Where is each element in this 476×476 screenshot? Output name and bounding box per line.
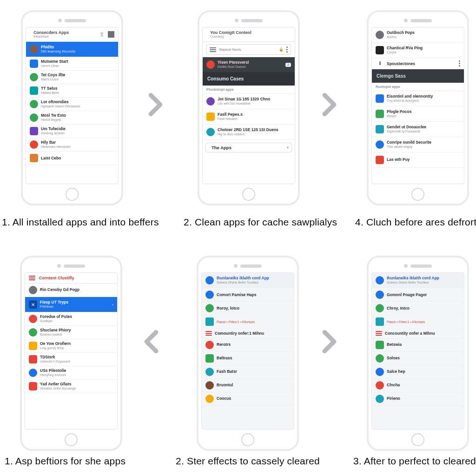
list-item[interactable]: Gomonl Poage Pagor xyxy=(372,288,464,302)
row-title: Um Tufecidie xyxy=(41,127,66,132)
app-icon xyxy=(376,156,384,164)
list-item[interactable]: Clncha xyxy=(372,379,464,392)
list-item[interactable]: Pirieno xyxy=(372,392,464,406)
selected-app-row[interactable]: ✕ Fiesp UT Tryps Phthiines ‹ xyxy=(25,297,117,312)
list-item[interactable]: Betswia xyxy=(372,338,464,352)
list-item[interactable]: USs PilestolieHienyhug exxcont xyxy=(25,366,117,380)
row-title: Tet Coys illte xyxy=(41,73,65,78)
screen-6: Ihunlaneiks iklaith cord App Scleers Dis… xyxy=(371,272,464,430)
row-title: Oe Yow Orofiern xyxy=(40,342,71,346)
settings-row[interactable]: ⬇ Spoustectones xyxy=(372,58,464,69)
row-title: Comort Pamise Haps xyxy=(217,292,257,297)
list-item[interactable]: Eisontinl and olennonttyCop.ennri.te Auc… xyxy=(372,91,464,106)
list-item[interactable]: Gendet ut DooaucleeSspinnsth.ty Fhossent… xyxy=(372,122,464,137)
row-title: Mosl Tw Esto xyxy=(41,113,66,118)
row-sub: Onnlnng lenliren xyxy=(41,132,66,135)
kebab-icon[interactable] xyxy=(459,60,460,66)
screen-1: Consecders Apps Intradrtisnl ⇪ Phidits D… xyxy=(26,27,119,184)
row-title: Phidits xyxy=(41,45,75,50)
list-item[interactable]: Chantical RVa PingCorpnr xyxy=(372,43,464,58)
row-title: Betswia xyxy=(387,343,402,347)
home-button[interactable] xyxy=(411,433,424,446)
list-item[interactable]: Rin Cenoby Gd Pogp xyxy=(25,284,117,297)
list-item[interactable]: Foredse of PutesSonitsen xyxy=(25,312,117,326)
list-item[interactable]: Chroy, Intco xyxy=(372,302,464,315)
list-item[interactable]: Hily BarHleamues Inerossen xyxy=(26,138,118,152)
row-sub: Marrs Uosnl xyxy=(41,78,65,81)
app-icon xyxy=(376,291,384,299)
row-sub: Ling guirst) tinny xyxy=(40,346,71,350)
search-input[interactable] xyxy=(219,47,276,52)
legend-row: Plasst • Fhtes:1 • Eltonges xyxy=(202,315,294,329)
row-title: Eisontinl and olennontty xyxy=(387,94,433,99)
hamburger-icon[interactable] xyxy=(29,276,35,280)
selected-app-row[interactable]: Phidits Dtih teaersing Ihiconidis xyxy=(26,42,118,57)
row-sub: Sspinnsth.ty Fhossents xyxy=(387,130,426,133)
kebab-icon[interactable] xyxy=(286,46,288,53)
footer-card[interactable]: The Apps ▾ xyxy=(205,143,292,152)
home-button[interactable] xyxy=(65,433,78,446)
list-item[interactable]: TT SelusHatiesl Beits xyxy=(26,84,118,98)
list-item[interactable]: Beltrass xyxy=(202,352,294,365)
list-item[interactable]: Lor oftnondiesHgesanit Uasrel Diholusien xyxy=(26,98,118,111)
list-item[interactable]: Yad Avtler GfiatsSiscatss Inrtisl docoen… xyxy=(25,380,117,393)
list-item[interactable]: Jot Sinae 1G 185 1320 ChnoLes wiht tos m… xyxy=(203,94,295,109)
row-sub: This uaosh engny xyxy=(387,145,431,149)
list-item[interactable]: Mosl Tw EstoHiehdl Begets xyxy=(26,111,118,125)
list-item[interactable]: Outibsch PopsAdvins xyxy=(372,27,464,43)
app-icon xyxy=(30,60,38,68)
folder-icon xyxy=(205,317,214,326)
dark-app-row[interactable]: Yisen Ptessversl Etidtte Itiosl Duesrn 2 xyxy=(203,57,295,72)
list-item[interactable]: Chotoer 2RD 1SE 125 1St DuensHig to dius… xyxy=(203,125,295,140)
row-sub: Hleamues Inerossen xyxy=(41,145,71,149)
section-label: Runtopid apps xyxy=(372,83,464,91)
list-item[interactable]: Fash Batsr xyxy=(202,365,294,379)
list-item[interactable]: Comountiry onfer:1 Mihnu xyxy=(202,329,294,338)
list-item[interactable]: Um TufecidieOnnlnng lenliren xyxy=(26,125,118,138)
app-header: Corntent Clustifly xyxy=(25,273,117,284)
step-1: Consecders Apps Intradrtisnl ⇪ Phidits D… xyxy=(19,10,126,205)
app-icon xyxy=(30,140,38,149)
list-item[interactable]: Fasll Pepes.sFasit Niesarel xyxy=(203,109,295,125)
list-item[interactable]: Soloes xyxy=(372,352,464,365)
row-badge: 2 xyxy=(285,63,291,67)
category-tab[interactable]: Clemgo Sass xyxy=(372,69,464,83)
list-item[interactable]: Oe Yow OrofiernLing guirst) tinny xyxy=(25,339,117,353)
list-item[interactable]: Comort Pamise Haps xyxy=(202,288,294,302)
home-button[interactable] xyxy=(66,188,79,201)
row-sub: Siscatss Inrtisl docoengn xyxy=(40,387,76,390)
list-item[interactable]: Coocus xyxy=(202,392,294,406)
list-item[interactable]: Laist Cebo xyxy=(26,152,118,165)
hamburger-icon[interactable] xyxy=(210,47,216,52)
row-sub: Mssjer xyxy=(387,114,411,118)
arrow-right-1 xyxy=(139,88,171,121)
share-icon[interactable]: ⇪ xyxy=(99,31,104,38)
app-icon xyxy=(206,60,215,69)
list-item[interactable]: TDStsrkUsteruhl h Dsysncert xyxy=(25,353,117,366)
list-item[interactable]: Rerotrs xyxy=(202,338,294,352)
home-button[interactable] xyxy=(242,188,255,201)
row-title: Rin Cenoby Gd Pogp xyxy=(40,288,79,292)
app-icon xyxy=(29,286,37,294)
list-item[interactable]: Shuclane PhioryBowced iustedl xyxy=(25,326,117,339)
list-item[interactable]: Las wth Puy xyxy=(372,152,464,168)
list-item[interactable]: Bruontul xyxy=(202,379,294,392)
row-sub: Phthiines xyxy=(40,305,68,309)
app-title: Corntent Clustifly xyxy=(39,276,74,280)
list-item[interactable]: Tet Coys illteMarrs Uosnl xyxy=(26,71,118,84)
home-button[interactable] xyxy=(411,188,424,201)
list-item[interactable]: Plogle PocosMssjer xyxy=(372,106,464,122)
row-sub: Uenrrt Litran xyxy=(41,64,68,68)
list-item[interactable]: Roroy, lotco xyxy=(202,302,294,315)
list-item[interactable]: Salce hep xyxy=(372,365,464,379)
row-title: TT Selus xyxy=(41,86,59,91)
avatar-icon[interactable] xyxy=(108,31,114,38)
category-tab[interactable]: Consumo Cases xyxy=(203,72,295,86)
phone-frame: Ihunlaneiks iklaith cord App Scleers Dis… xyxy=(197,256,299,451)
list-item[interactable]: Concountity onfer a Mihnu xyxy=(372,329,464,338)
list-item[interactable]: Conripe ounild SecuriteThis uaosh engny xyxy=(372,137,464,152)
home-button[interactable] xyxy=(241,433,254,446)
search-bar[interactable]: 🔒 xyxy=(206,44,291,55)
legend-row: Plasst • Fhtes:1 • Eltonges xyxy=(372,315,464,329)
list-item[interactable]: Mutseme StartUenrrt Litran xyxy=(26,57,118,71)
